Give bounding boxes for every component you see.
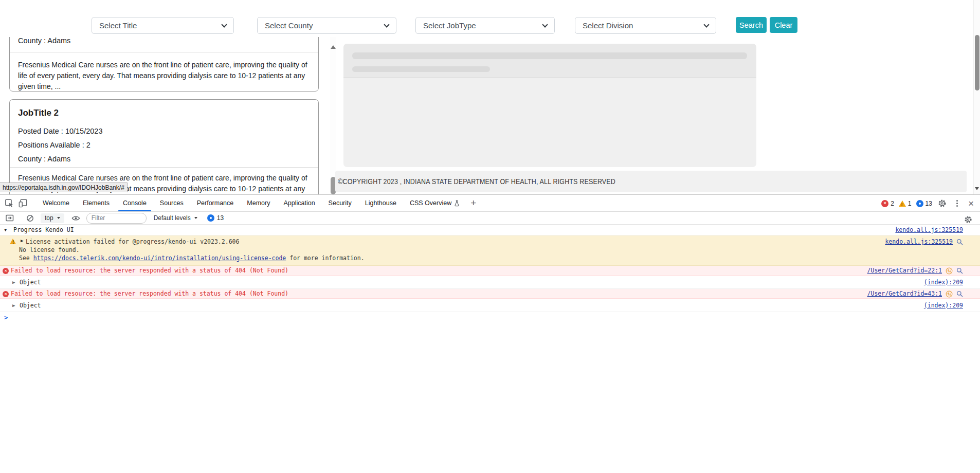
chevron-down-icon [57, 217, 60, 219]
warning-line2: No license found. [19, 246, 365, 254]
job-list-scrollbar[interactable] [330, 37, 336, 194]
beaker-icon [454, 200, 460, 207]
select-jobtype-dropdown[interactable]: Select JobType [415, 17, 555, 34]
tab-performance[interactable]: Performance [190, 195, 241, 211]
error-icon: × [3, 291, 9, 297]
warning-icon: ! [10, 239, 16, 244]
console-prompt-row[interactable]: > [0, 312, 980, 324]
tab-elements[interactable]: Elements [76, 195, 116, 211]
request-link[interactable]: /User/GetCard?id=43:1 [867, 289, 942, 299]
more-tabs-icon[interactable]: + [466, 197, 480, 209]
network-request-icon[interactable] [946, 290, 953, 298]
source-link[interactable]: kendo.all.js:325519 [895, 225, 963, 235]
tab-security[interactable]: Security [322, 195, 358, 211]
context-selector[interactable]: top [41, 213, 64, 223]
issues-bubble-icon [916, 200, 923, 207]
source-link[interactable]: kendo.all.js:325519 [885, 238, 953, 245]
license-doc-link[interactable]: https://docs.telerik.com/kendo-ui/intro/… [33, 254, 286, 262]
error-message: Failed to load resource: the server resp… [11, 289, 288, 299]
source-link[interactable]: (index):209 [924, 276, 963, 289]
devtools-tab-bar: Welcome Elements Console Sources Perform… [0, 195, 980, 212]
source-link[interactable]: (index):209 [924, 299, 963, 312]
console-warning-row[interactable]: ! ▶ License activation failed for @progr… [0, 235, 980, 266]
tab-application[interactable]: Application [277, 195, 321, 211]
magnifier-icon[interactable] [956, 239, 963, 245]
copyright-text: ©COPYRIGHT 2023 , INDIANA STATE DEPARTME… [335, 177, 615, 186]
error-icon: × [881, 200, 888, 207]
console-group-row[interactable]: ▼ Progress Kendo UI kendo.all.js:325519 [0, 225, 980, 235]
scrollbar-thumb[interactable] [975, 35, 979, 90]
chevron-down-icon [384, 22, 389, 27]
card-divider [10, 52, 318, 52]
console-error-row[interactable]: × Failed to load resource: the server re… [0, 266, 980, 276]
search-button[interactable]: Search [736, 17, 767, 33]
job-posted-date: Posted Date : 10/15/2023 [18, 126, 310, 136]
page-scrollbar[interactable] [973, 0, 980, 194]
console-settings-gear-icon[interactable] [963, 214, 974, 225]
chevron-down-icon [194, 217, 197, 219]
chevron-down-icon [703, 22, 709, 27]
expand-triangle-icon[interactable]: ▶ [12, 276, 15, 289]
job-bank-page: Select Title Select County Select JobTyp… [0, 0, 980, 194]
settings-gear-icon[interactable] [937, 198, 948, 209]
job-card[interactable]: JobTitle 2 Posted Date : 10/15/2023 Posi… [9, 99, 319, 194]
log-levels-dropdown[interactable]: Default levels [154, 214, 197, 222]
magnifier-icon[interactable] [956, 290, 963, 297]
warning-line1: License activation failed for @progress/… [26, 238, 365, 246]
object-label: Object [20, 276, 41, 289]
magnifier-icon[interactable] [956, 267, 963, 274]
tab-lighthouse[interactable]: Lighthouse [358, 195, 403, 211]
issues-count: 13 [217, 214, 224, 222]
device-toolbar-icon[interactable] [17, 197, 29, 209]
job-county: County : Adams [18, 154, 310, 164]
tab-memory[interactable]: Memory [240, 195, 277, 211]
devtools-status-icons: × 2 ! 1 13 × [881, 195, 976, 212]
kebab-menu-icon[interactable] [956, 203, 958, 204]
job-card[interactable]: County : Adams Fresenius Medical Care nu… [9, 37, 319, 92]
error-count-badge[interactable]: × 2 [881, 200, 894, 207]
console-object-row[interactable]: ▶ Object (index):209 [0, 276, 980, 289]
tab-console[interactable]: Console [116, 195, 153, 211]
issues-count-badge[interactable]: 13 [916, 200, 932, 207]
console-object-row[interactable]: ▶ Object (index):209 [0, 299, 980, 312]
clear-console-icon[interactable] [24, 212, 35, 224]
prompt-chevron-icon: > [4, 312, 8, 323]
warning-count-badge[interactable]: ! 1 [899, 200, 912, 207]
error-count: 2 [891, 200, 894, 207]
job-detail-skeleton-panel [343, 44, 756, 167]
link-status-tooltip: https://eportalqa.isdh.in.gov/IDOHJobBan… [0, 183, 128, 192]
console-sidebar-icon[interactable] [4, 212, 15, 224]
warning-line3: See https://docs.telerik.com/kendo-ui/in… [19, 254, 365, 262]
request-link[interactable]: /User/GetCard?id=22:1 [867, 266, 942, 276]
skeleton-bar [352, 66, 490, 72]
clear-button[interactable]: Clear [770, 17, 797, 33]
select-jobtype-value: Select JobType [423, 21, 476, 30]
tab-welcome[interactable]: Welcome [36, 195, 76, 211]
chevron-down-icon [221, 22, 227, 27]
toolbar-issues-counter[interactable]: 13 [207, 214, 224, 222]
console-filter-input[interactable] [86, 213, 147, 224]
select-county-dropdown[interactable]: Select County [257, 17, 396, 34]
devtools-panel: Welcome Elements Console Sources Perform… [0, 194, 980, 473]
inspect-element-icon[interactable] [4, 197, 15, 209]
error-icon: × [3, 268, 9, 274]
expand-triangle-icon[interactable]: ▶ [21, 238, 23, 243]
warning-count: 1 [908, 200, 912, 207]
select-division-value: Select Division [583, 21, 633, 30]
network-request-icon[interactable] [946, 267, 953, 275]
job-title: JobTitle 2 [18, 107, 310, 119]
close-devtools-icon[interactable]: × [966, 198, 976, 208]
select-title-dropdown[interactable]: Select Title [92, 17, 234, 34]
tab-sources[interactable]: Sources [153, 195, 190, 211]
job-card-list: County : Adams Fresenius Medical Care nu… [9, 37, 321, 194]
select-division-dropdown[interactable]: Select Division [575, 17, 716, 34]
card-divider [10, 167, 318, 168]
live-expression-eye-icon[interactable] [70, 212, 82, 224]
console-error-row[interactable]: × Failed to load resource: the server re… [0, 289, 980, 299]
scroll-down-arrow-icon[interactable] [975, 187, 979, 190]
tab-css-overview[interactable]: CSS Overview [403, 195, 466, 211]
expand-triangle-icon[interactable]: ▶ [12, 299, 15, 312]
collapse-triangle-icon[interactable]: ▼ [4, 225, 7, 235]
issues-bubble-icon [207, 214, 214, 222]
scroll-up-arrow-icon[interactable] [331, 45, 336, 49]
